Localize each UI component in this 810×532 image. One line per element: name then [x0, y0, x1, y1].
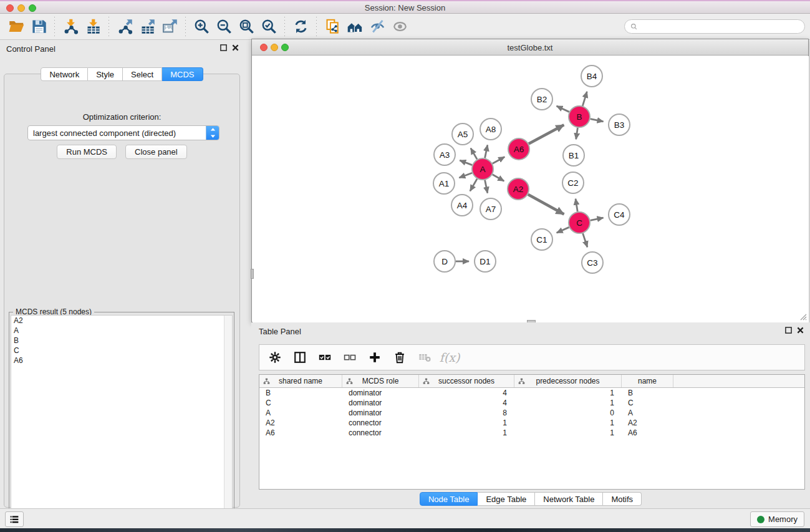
export-image-button[interactable] — [158, 16, 181, 37]
unselect-all-columns-button[interactable] — [340, 348, 359, 367]
cell-shared-name[interactable]: A — [259, 409, 342, 417]
cell-shared-name[interactable]: A2 — [259, 418, 342, 427]
node-D1[interactable]: D1 — [475, 251, 496, 272]
mcds-result-item[interactable]: C — [11, 346, 232, 355]
zoom-in-button[interactable] — [190, 16, 213, 37]
node-A3[interactable]: A3 — [434, 144, 455, 165]
edge-A-A8[interactable] — [485, 145, 488, 158]
optimization-criterion-select[interactable]: largest connected component (directed) — [27, 125, 219, 140]
zoom-out-button[interactable] — [213, 16, 235, 37]
search-input[interactable] — [639, 22, 799, 31]
node-C4[interactable]: C4 — [609, 204, 630, 225]
cell-predecessor-nodes[interactable]: 0 — [514, 409, 622, 417]
float-panel-icon[interactable] — [220, 44, 227, 51]
column-header-successor-nodes[interactable]: successor nodes — [419, 375, 514, 387]
export-network-button[interactable] — [113, 16, 136, 37]
result-list-scrollbar[interactable] — [224, 316, 232, 521]
column-header-shared-name[interactable]: shared name — [259, 375, 342, 387]
node-C3[interactable]: C3 — [582, 252, 603, 273]
search-box[interactable] — [624, 19, 805, 34]
node-A5[interactable]: A5 — [452, 123, 473, 145]
float-table-panel-icon[interactable] — [785, 327, 792, 334]
settings-gear-button[interactable] — [266, 348, 284, 367]
node-B[interactable]: B — [569, 106, 590, 127]
close-panel-button[interactable]: Close panel — [125, 145, 187, 159]
network-graph[interactable]: B4B2BB3A8A5A6A3B1AA1C2A2A4A7C4CC1C3DD1 — [253, 56, 809, 322]
edge-C-C2[interactable] — [576, 199, 577, 212]
node-D[interactable]: D — [434, 251, 455, 272]
cell-name[interactable]: C — [622, 399, 673, 407]
save-session-button[interactable] — [27, 16, 50, 37]
tab-network-table[interactable]: Network Table — [535, 492, 603, 506]
mcds-result-list[interactable]: A2ABCA6 — [11, 315, 233, 522]
node-C[interactable]: C — [569, 212, 590, 233]
edge-A-A6[interactable] — [493, 157, 504, 164]
tab-motifs[interactable]: Motifs — [603, 492, 642, 506]
cell-name[interactable]: A6 — [622, 428, 673, 437]
cell-successor-nodes[interactable]: 4 — [419, 389, 514, 397]
cell-predecessor-nodes[interactable]: 1 — [514, 418, 622, 427]
open-session-button[interactable] — [5, 16, 27, 37]
edge-A-A1[interactable] — [459, 173, 472, 178]
cell-MCDS-role[interactable]: dominator — [342, 389, 419, 397]
node-B1[interactable]: B1 — [563, 145, 584, 166]
tab-network[interactable]: Network — [41, 67, 88, 81]
cell-predecessor-nodes[interactable]: 1 — [514, 389, 622, 397]
zoom-fit-button[interactable] — [235, 16, 258, 37]
import-table-button[interactable] — [82, 16, 104, 37]
cell-successor-nodes[interactable]: 4 — [419, 399, 514, 407]
node-A[interactable]: A — [472, 158, 493, 180]
node-B3[interactable]: B3 — [609, 114, 630, 135]
edge-B-B3[interactable] — [591, 119, 604, 122]
node-table[interactable]: shared nameMCDS rolesuccessor nodesprede… — [259, 374, 805, 490]
column-header-MCDS-role[interactable]: MCDS role — [342, 375, 419, 387]
edge-C-C3[interactable] — [583, 233, 587, 247]
cell-successor-nodes[interactable]: 8 — [419, 409, 514, 417]
mcds-result-item[interactable]: B — [11, 336, 232, 346]
node-A1[interactable]: A1 — [433, 173, 455, 194]
cell-successor-nodes[interactable]: 1 — [419, 418, 514, 427]
cell-MCDS-role[interactable]: connector — [342, 428, 419, 437]
edge-A-A5[interactable] — [471, 148, 477, 160]
cell-MCDS-role[interactable]: dominator — [342, 409, 419, 417]
cell-shared-name[interactable]: C — [259, 399, 342, 407]
run-mcds-button[interactable]: Run MCDS — [57, 145, 117, 159]
add-column-button[interactable] — [365, 348, 384, 367]
cell-predecessor-nodes[interactable]: 1 — [514, 428, 622, 437]
cell-MCDS-role[interactable]: connector — [342, 418, 419, 427]
edge-C-C4[interactable] — [591, 218, 604, 220]
close-table-panel-icon[interactable] — [797, 327, 804, 334]
show-panels-button[interactable] — [5, 511, 24, 527]
table-row[interactable]: Cdominator41C — [259, 398, 804, 408]
cell-name[interactable]: B — [622, 389, 673, 397]
tab-mcds[interactable]: MCDS — [162, 67, 203, 81]
tab-edge-table[interactable]: Edge Table — [478, 492, 535, 506]
hide-graphics-details-button[interactable] — [366, 16, 388, 37]
table-row[interactable]: Adominator80A — [259, 408, 804, 418]
edge-A-A2[interactable] — [493, 175, 504, 181]
edge-A-A4[interactable] — [470, 179, 477, 191]
zoom-selected-button[interactable] — [258, 16, 280, 37]
node-A7[interactable]: A7 — [480, 198, 501, 220]
select-all-columns-button[interactable] — [316, 348, 334, 367]
edge-B-B2[interactable] — [557, 106, 569, 112]
window-resize-grip[interactable] — [798, 312, 807, 321]
network-window-titlebar[interactable]: testGlobe.txt — [252, 39, 808, 56]
network-overview-button[interactable] — [344, 16, 366, 37]
mcds-result-item[interactable]: A — [11, 326, 232, 336]
memory-button[interactable]: Memory — [750, 511, 804, 527]
edge-A6-B[interactable] — [529, 125, 564, 143]
cell-name[interactable]: A2 — [622, 418, 673, 427]
edge-B-B1[interactable] — [576, 128, 578, 139]
edge-A-A3[interactable] — [460, 160, 472, 165]
edge-C-C1[interactable] — [557, 227, 569, 233]
table-row[interactable]: A2connector11A2 — [259, 418, 804, 428]
splitter-handle-left[interactable] — [251, 269, 254, 279]
cell-predecessor-nodes[interactable]: 1 — [514, 399, 622, 407]
mcds-result-item[interactable]: A2 — [11, 316, 232, 326]
edge-A-A7[interactable] — [485, 180, 488, 193]
node-B2[interactable]: B2 — [531, 89, 552, 110]
delete-column-button[interactable] — [390, 348, 409, 367]
cell-name[interactable]: A — [622, 409, 673, 417]
column-layout-button[interactable] — [291, 348, 309, 367]
